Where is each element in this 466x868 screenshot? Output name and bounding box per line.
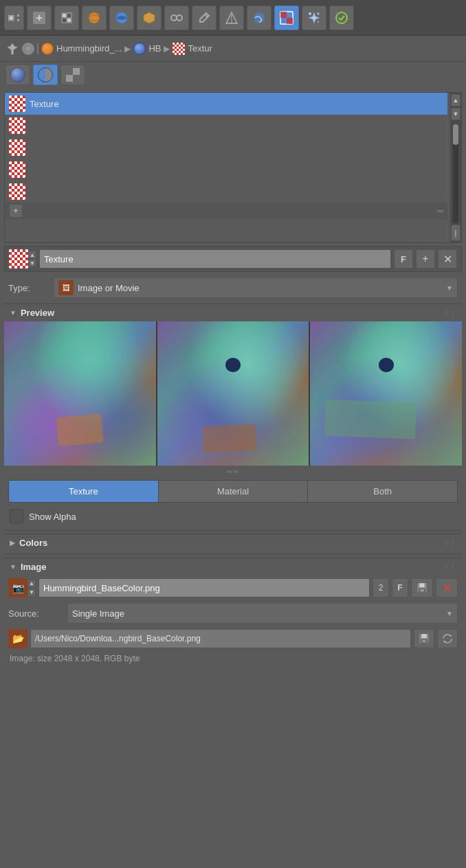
scroll-down-button[interactable]: ▼ bbox=[451, 108, 461, 120]
texture-button[interactable] bbox=[274, 5, 299, 30]
type-dropdown-icon: 🖼 bbox=[58, 280, 74, 295]
mesh-icon bbox=[133, 43, 146, 55]
tex-stepper-up[interactable]: ▲ bbox=[28, 251, 36, 259]
main-content: Texture + ═ bbox=[0, 88, 466, 673]
svg-point-22 bbox=[336, 12, 347, 23]
colors-section-header[interactable]: ▶ Colors ⋮⋮ bbox=[4, 534, 462, 551]
render-button[interactable] bbox=[27, 5, 52, 30]
img-type-selector[interactable]: 📷 ▲ ▼ bbox=[8, 578, 36, 597]
image-f-button[interactable]: F bbox=[392, 578, 408, 597]
preview-images bbox=[4, 321, 462, 466]
texture-name: Textur bbox=[188, 43, 212, 54]
svg-rect-28 bbox=[421, 634, 427, 638]
mesh-name: HB bbox=[148, 43, 161, 54]
texture-icon bbox=[173, 43, 185, 55]
image-name-input[interactable] bbox=[38, 578, 370, 597]
layers-button[interactable] bbox=[54, 5, 79, 30]
texture-list-add-button[interactable]: + bbox=[9, 204, 23, 218]
show-alpha-checkbox[interactable] bbox=[10, 510, 23, 523]
breadcrumb-material[interactable]: Hummingbird_... bbox=[41, 43, 122, 55]
link-icon: ○ bbox=[26, 45, 30, 52]
tex-type-icon bbox=[9, 249, 28, 269]
preview-tabs: Texture Material Both bbox=[8, 480, 458, 503]
particles2-button[interactable] bbox=[302, 5, 326, 30]
img-stepper-down[interactable]: ▼ bbox=[27, 589, 36, 597]
preview-image-1 bbox=[4, 321, 156, 466]
svg-rect-17 bbox=[280, 12, 287, 18]
scroll-up-button[interactable]: ▲ bbox=[451, 94, 461, 106]
texture-name-input[interactable] bbox=[39, 249, 391, 269]
world-button[interactable] bbox=[109, 5, 134, 30]
preview-label: Preview bbox=[21, 308, 54, 318]
image-info: Image: size 2048 x 2048, RGB byte bbox=[4, 651, 462, 666]
breadcrumb-separator-1 bbox=[37, 43, 38, 54]
filepath-input[interactable] bbox=[30, 629, 411, 648]
tex-stepper-down[interactable]: ▼ bbox=[28, 259, 36, 267]
preview-panel: ▼ Preview ⋮⋮ bbox=[4, 304, 462, 527]
texture-delete-button[interactable]: ✕ bbox=[438, 249, 457, 269]
scene-selector[interactable]: ▣ ▲ ▼ bbox=[4, 5, 24, 30]
context-tab-world[interactable] bbox=[5, 65, 30, 85]
img-stepper-up[interactable]: ▲ bbox=[27, 580, 36, 588]
colors-collapse-icon: ▶ bbox=[10, 539, 15, 547]
link-button[interactable]: ○ bbox=[22, 43, 34, 55]
breadcrumb-arrow-1: ▶ bbox=[124, 44, 131, 54]
colors-dots: ⋮⋮ bbox=[443, 539, 456, 547]
tex-type-selector[interactable]: ▲ ▼ bbox=[9, 249, 36, 269]
constraints-button[interactable] bbox=[164, 5, 189, 30]
image-section-header[interactable]: ▼ Image ⋮⋮ bbox=[4, 558, 462, 575]
filepath-reload-button[interactable] bbox=[437, 629, 458, 648]
image-save-button[interactable] bbox=[411, 578, 433, 597]
texture-list-panel: Texture + ═ bbox=[4, 92, 462, 243]
context-tab-material[interactable] bbox=[33, 65, 58, 85]
object-button[interactable] bbox=[137, 5, 162, 30]
breadcrumb-texture[interactable]: Textur bbox=[173, 43, 212, 55]
image-num: 2 bbox=[373, 578, 389, 597]
scroll-handle-button[interactable]: | bbox=[451, 225, 461, 241]
texture-f-button[interactable]: F bbox=[394, 249, 413, 269]
particles-button[interactable] bbox=[219, 5, 244, 30]
texture-list-item-1[interactable] bbox=[5, 115, 447, 137]
texture-add-button[interactable]: + bbox=[416, 249, 435, 269]
source-dropdown-arrow: ▼ bbox=[446, 610, 453, 617]
physics-button[interactable] bbox=[247, 5, 271, 30]
source-value: Single Image bbox=[72, 608, 124, 619]
texture-list-item-4[interactable] bbox=[5, 181, 447, 203]
preview-section-header[interactable]: ▼ Preview ⋮⋮ bbox=[4, 304, 462, 321]
context-tab-grid[interactable] bbox=[60, 65, 85, 85]
preview-image-3 bbox=[310, 321, 462, 466]
texture-selector-row: ▲ ▼ F + ✕ bbox=[4, 246, 462, 272]
preview-tab-both[interactable]: Both bbox=[308, 481, 457, 502]
image-delete-button[interactable]: ✕ bbox=[436, 578, 458, 597]
divider-2 bbox=[4, 554, 462, 555]
preview-tab-texture[interactable]: Texture bbox=[9, 481, 159, 502]
texture-list-item-2[interactable] bbox=[5, 137, 447, 159]
image-dots: ⋮⋮ bbox=[443, 563, 456, 571]
filepath-save-button[interactable] bbox=[414, 629, 434, 648]
type-dropdown[interactable]: 🖼 Image or Movie ▼ bbox=[54, 277, 458, 298]
pin-button[interactable] bbox=[5, 42, 19, 56]
preview-image-2 bbox=[157, 321, 309, 466]
svg-point-19 bbox=[309, 12, 311, 15]
texture-list-item-0[interactable]: Texture bbox=[5, 93, 447, 115]
verify-button[interactable] bbox=[329, 5, 354, 30]
svg-rect-18 bbox=[287, 18, 293, 24]
show-alpha-row: Show Alpha bbox=[4, 505, 462, 527]
source-dropdown[interactable]: Single Image ▼ bbox=[67, 603, 458, 624]
scrollbar-track bbox=[453, 124, 458, 223]
image-section: ▼ Image ⋮⋮ 📷 ▲ ▼ 2 F bbox=[4, 558, 462, 669]
breadcrumb-mesh[interactable]: HB bbox=[133, 43, 161, 55]
img-stepper[interactable]: ▲ ▼ bbox=[27, 580, 36, 597]
svg-rect-24 bbox=[419, 583, 425, 587]
svg-point-10 bbox=[177, 15, 182, 21]
grid-view-icon bbox=[65, 67, 80, 82]
preview-resize-handle[interactable]: ══ bbox=[4, 466, 462, 477]
svg-point-21 bbox=[318, 21, 319, 23]
preview-tab-material[interactable]: Material bbox=[159, 481, 309, 502]
modifiers-button[interactable] bbox=[192, 5, 217, 30]
tex-stepper[interactable]: ▲ ▼ bbox=[28, 251, 36, 267]
object-data-button[interactable] bbox=[82, 5, 107, 30]
scrollbar-handle[interactable] bbox=[453, 124, 458, 145]
texture-list-item-3[interactable] bbox=[5, 159, 447, 181]
type-row: Type: 🖼 Image or Movie ▼ bbox=[4, 275, 462, 301]
